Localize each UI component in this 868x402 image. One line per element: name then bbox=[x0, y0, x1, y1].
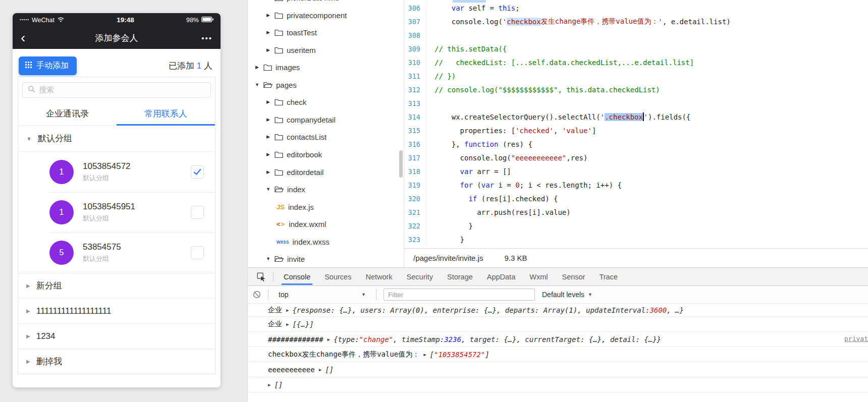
code-line: 318 var arr = [] bbox=[404, 164, 868, 178]
group-header-expanded[interactable]: ▼ 默认分组 bbox=[18, 126, 215, 152]
tree-item-label: invite bbox=[287, 255, 305, 263]
log-levels-dropdown[interactable]: Default levels ▼ bbox=[542, 291, 592, 299]
triangle-right-icon[interactable]: ▶ bbox=[265, 134, 271, 139]
group-header-collapsed[interactable]: ▶删掉我 bbox=[18, 349, 215, 374]
line-number: 307 bbox=[404, 18, 426, 26]
expand-arrow-icon[interactable]: ▶ bbox=[319, 367, 321, 372]
tree-item-useritem[interactable]: ▶useritem bbox=[248, 41, 404, 59]
phone-simulator: ••••• WeChat 19:48 98% ‹ 添加参会人 ••• bbox=[13, 13, 221, 387]
expand-arrow-icon[interactable]: ▶ bbox=[423, 352, 426, 357]
tree-item-index-js[interactable]: JSindex.js bbox=[248, 198, 404, 215]
tree-item-check[interactable]: ▶check bbox=[248, 93, 404, 110]
triangle-down-icon[interactable]: ▼ bbox=[254, 82, 260, 87]
contact-checkbox[interactable] bbox=[191, 165, 204, 179]
back-chevron-icon[interactable]: ‹ bbox=[21, 31, 51, 45]
triangle-right-icon[interactable]: ▶ bbox=[265, 152, 271, 157]
inspect-element-icon[interactable] bbox=[253, 272, 270, 281]
devtools-tab-appdata[interactable]: AppData bbox=[480, 268, 522, 285]
clear-console-icon[interactable] bbox=[253, 291, 261, 299]
console-message-prefix: 企业 bbox=[268, 306, 282, 315]
search-input[interactable]: 搜索 bbox=[22, 82, 211, 98]
devtools-tab-security[interactable]: Security bbox=[400, 268, 440, 285]
contact-list: 11053854572默认分组110538545951默认分组553854575… bbox=[18, 152, 215, 273]
tree-scrollbar[interactable] bbox=[399, 150, 403, 178]
triangle-down-icon[interactable]: ▼ bbox=[265, 187, 271, 192]
expand-arrow-icon[interactable]: ▶ bbox=[286, 308, 289, 313]
line-number: 322 bbox=[404, 222, 426, 230]
devtools-tab-network[interactable]: Network bbox=[358, 268, 399, 285]
contact-row[interactable]: 553854575默认分组 bbox=[18, 233, 215, 273]
tree-item-toasttest[interactable]: ▶toastTest bbox=[248, 24, 404, 41]
tree-item-images[interactable]: ▶images bbox=[248, 59, 404, 76]
tree-item-label: editordetail bbox=[287, 168, 323, 177]
folder-open-icon bbox=[275, 255, 284, 262]
triangle-right-icon[interactable]: ▶ bbox=[265, 169, 271, 175]
devtools-tab-sources[interactable]: Sources bbox=[317, 268, 358, 285]
filter-input[interactable] bbox=[384, 289, 535, 301]
group-header-collapsed[interactable]: ▶新分组 bbox=[18, 273, 215, 298]
tree-item-index-wxml[interactable]: <>index.wxml bbox=[248, 215, 404, 233]
tree-item-privatecomponent[interactable]: ▶privatecomponent bbox=[248, 7, 404, 24]
tree-item-editorbook[interactable]: ▶editorbook bbox=[248, 146, 404, 163]
contact-info: 53854575默认分组 bbox=[83, 242, 191, 263]
triangle-right-icon[interactable]: ▶ bbox=[265, 30, 271, 35]
status-time: 19:48 bbox=[65, 16, 186, 24]
expand-arrow-icon[interactable]: ▶ bbox=[268, 382, 270, 387]
tree-item-invite[interactable]: ▼invite bbox=[248, 250, 404, 267]
battery-icon bbox=[201, 17, 213, 24]
folder-icon bbox=[275, 46, 283, 53]
devtools-tab-storage[interactable]: Storage bbox=[440, 268, 480, 285]
contact-row[interactable]: 11053854572默认分组 bbox=[18, 152, 215, 192]
source-link[interactable]: privat bbox=[844, 335, 868, 342]
added-count: 1 bbox=[197, 61, 201, 71]
wxss-file-icon: wxss bbox=[277, 239, 289, 245]
code-line-text: } bbox=[426, 219, 473, 233]
manual-add-button[interactable]: 手动添加 bbox=[19, 56, 77, 75]
devtools-tab-sensor[interactable]: Sensor bbox=[555, 268, 592, 285]
expand-arrow-icon[interactable]: ▶ bbox=[328, 337, 330, 342]
devtools-tab-wxml[interactable]: Wxml bbox=[522, 268, 555, 285]
tab-company-directory[interactable]: 企业通讯录 bbox=[18, 103, 117, 126]
code-line: 315 properties: ['checked', 'value'] bbox=[404, 124, 868, 137]
contact-tabs: 企业通讯录常用联系人 bbox=[18, 103, 215, 126]
battery-percent: 98% bbox=[186, 17, 199, 24]
triangle-right-icon[interactable]: ▶ bbox=[265, 47, 271, 52]
triangle-right-icon[interactable]: ▶ bbox=[265, 99, 271, 104]
simulator-panel: ••••• WeChat 19:48 98% ‹ 添加参会人 ••• bbox=[0, 0, 247, 402]
code-line-text: for (var i = 0; i < res.length; i++) { bbox=[426, 178, 622, 192]
contact-row[interactable]: 110538545951默认分组 bbox=[18, 192, 215, 233]
contact-name: 1053854572 bbox=[83, 161, 191, 171]
group-header-collapsed[interactable]: ▶111111111111111111 bbox=[18, 298, 215, 323]
group-header-collapsed[interactable]: ▶1234 bbox=[18, 323, 215, 349]
triangle-right-icon[interactable]: ▶ bbox=[265, 13, 271, 18]
tree-item-companydetail[interactable]: ▶companydetail bbox=[248, 111, 404, 128]
action-row: 手动添加 已添加 1 人 bbox=[13, 49, 221, 75]
console-message-prefix: eeeeeeeeeee bbox=[268, 366, 315, 374]
devtools-tab-trace[interactable]: Trace bbox=[592, 268, 625, 285]
devtools-tab-console[interactable]: Console bbox=[277, 268, 317, 285]
more-menu-icon[interactable]: ••• bbox=[182, 34, 212, 42]
code-line: 319 for (var i = 0; i < res.length; i++)… bbox=[404, 178, 868, 192]
tree-item-editordetail[interactable]: ▶editordetail bbox=[248, 163, 404, 181]
triangle-down-icon[interactable]: ▼ bbox=[265, 256, 271, 261]
tree-item-contactslist[interactable]: ▶contactsList bbox=[248, 128, 404, 145]
line-number: 320 bbox=[404, 195, 426, 203]
contact-checkbox[interactable] bbox=[191, 206, 204, 219]
context-dropdown[interactable]: top ▼ bbox=[276, 291, 369, 299]
selection-fragment bbox=[453, 0, 486, 3]
folder-icon bbox=[263, 64, 272, 71]
expand-arrow-icon[interactable]: ▶ bbox=[286, 322, 289, 327]
tab-frequent-contacts[interactable]: 常用联系人 bbox=[117, 103, 215, 126]
tree-item-pickerdatetime[interactable]: ▶pickerDateTime bbox=[248, 0, 404, 6]
triangle-right-icon: ▶ bbox=[26, 283, 30, 289]
tree-item-pages[interactable]: ▼pages bbox=[248, 76, 404, 93]
triangle-right-icon[interactable]: ▶ bbox=[254, 65, 260, 70]
code-editor[interactable]: 306 var self = this;307 console.log('che… bbox=[404, 0, 868, 248]
code-line: 311// }) bbox=[404, 69, 868, 83]
line-number: 318 bbox=[404, 167, 426, 176]
code-line-text: // console.log("$$$$$$$$$$$$", this.data… bbox=[426, 83, 660, 96]
tree-item-index-wxss[interactable]: wxssindex.wxss bbox=[248, 233, 404, 250]
tree-item-index[interactable]: ▼index bbox=[248, 181, 404, 198]
triangle-right-icon[interactable]: ▶ bbox=[265, 117, 271, 122]
contact-checkbox[interactable] bbox=[191, 246, 204, 259]
